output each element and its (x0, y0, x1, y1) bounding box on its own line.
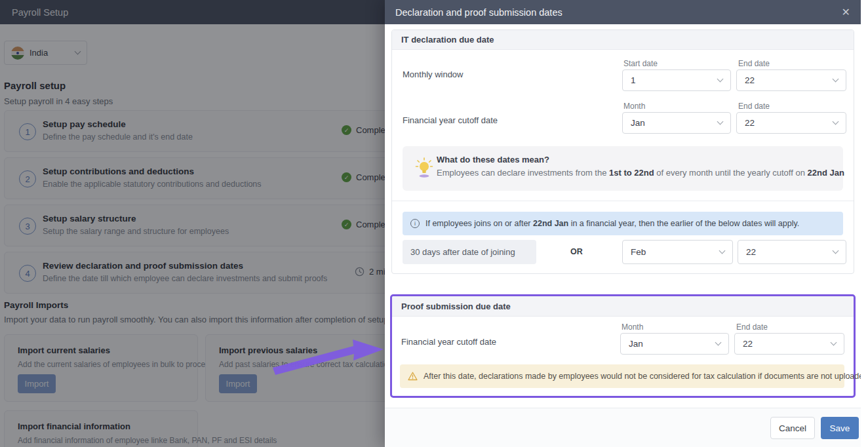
monthly-start-select[interactable]: 1 (622, 69, 731, 91)
save-button[interactable]: Save (821, 417, 859, 439)
it-section-header: IT declaration due date (392, 30, 854, 50)
annotation-arrow (267, 336, 392, 378)
modal-footer: Cancel Save (385, 408, 861, 447)
monthly-start-value: 1 (631, 75, 636, 85)
fy-end-select[interactable]: 22 (736, 112, 846, 134)
joining-end-select[interactable]: 22 (738, 240, 846, 264)
monthly-window-label: Monthly window (403, 69, 464, 79)
lightbulb-icon (414, 157, 434, 180)
warning-text: After this date, declarations made by em… (424, 372, 868, 381)
chevron-down-icon (717, 76, 724, 83)
end-date-label: End date (738, 102, 770, 111)
chevron-down-icon (831, 340, 837, 346)
fy-month-value: Jan (631, 118, 645, 128)
it-declaration-section: IT declaration due date Monthly window S… (391, 29, 854, 274)
chevron-down-icon (833, 248, 839, 254)
tip-title: What do these dates mean? (437, 155, 549, 165)
proof-month-select[interactable]: Jan (620, 333, 729, 355)
chevron-down-icon (833, 119, 839, 125)
joining-end-value: 22 (746, 247, 756, 257)
start-date-label: Start date (623, 59, 658, 68)
chevron-down-icon (833, 76, 839, 83)
modal-title: Declaration and proof submission dates (395, 7, 842, 18)
section-divider (392, 201, 854, 201)
proof-section-header: Proof submission due date (392, 296, 854, 317)
fy-end-value: 22 (745, 118, 755, 128)
cancel-button[interactable]: Cancel (770, 417, 815, 439)
fy-cutoff-label: Financial year cutoff date (401, 337, 496, 347)
screenshot-root: Payroll Setup India Payroll setup Setup … (0, 0, 868, 447)
proof-month-value: Jan (629, 339, 643, 349)
end-date-label: End date (738, 59, 770, 68)
chevron-down-icon (719, 248, 726, 254)
declaration-dates-modal: Declaration and proof submission dates ✕… (385, 0, 861, 447)
month-label: Month (621, 322, 643, 332)
monthly-end-value: 22 (745, 75, 755, 85)
info-text: If employees joins on or after 22nd Jan … (425, 219, 799, 228)
tip-body: Employees can declare investments from t… (437, 168, 844, 178)
fy-cutoff-label: Financial year cutoff date (403, 115, 498, 125)
close-icon[interactable]: ✕ (842, 7, 850, 18)
monthly-end-select[interactable]: 22 (736, 69, 846, 91)
joining-month-select[interactable]: Feb (622, 240, 733, 264)
month-label: Month (623, 102, 645, 111)
joining-info-box: i If employees joins on or after 22nd Ja… (403, 212, 843, 235)
joining-month-value: Feb (631, 247, 646, 257)
fy-month-select[interactable]: Jan (622, 112, 731, 134)
proof-end-value: 22 (743, 339, 753, 349)
window-right-margin (861, 0, 868, 447)
proof-submission-section: Proof submission due date Financial year… (390, 294, 856, 398)
dates-tip-box: What do these dates mean? Employees can … (403, 146, 843, 191)
days-after-joining-field: 30 days after date of joining (403, 240, 536, 264)
proof-warning-box: After this date, declarations made by em… (400, 364, 844, 388)
modal-header: Declaration and proof submission dates ✕ (385, 0, 861, 24)
end-date-label: End date (736, 322, 768, 332)
warning-icon (408, 372, 418, 381)
modal-backdrop[interactable] (0, 0, 385, 447)
chevron-down-icon (715, 340, 722, 346)
proof-end-select[interactable]: 22 (734, 333, 844, 355)
info-icon: i (410, 219, 420, 228)
chevron-down-icon (717, 119, 724, 125)
or-label: OR (570, 247, 583, 256)
